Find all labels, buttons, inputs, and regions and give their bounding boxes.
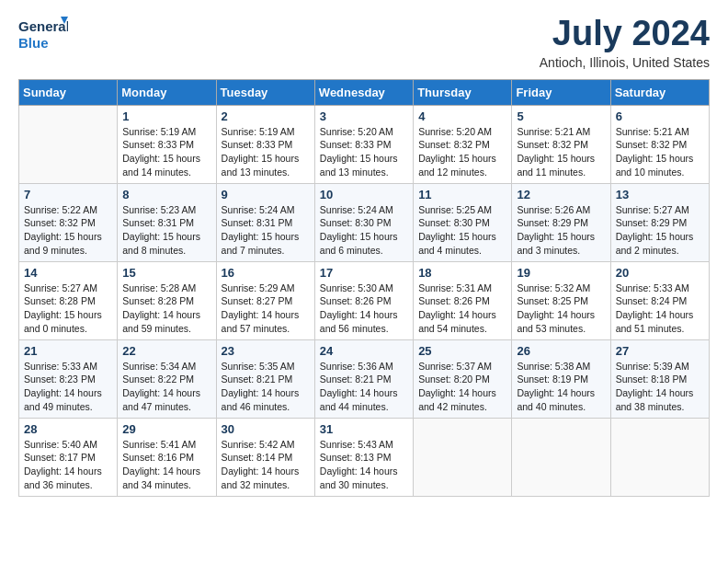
logo-svg: General Blue bbox=[18, 15, 68, 53]
day-cell: 17 Sunrise: 5:30 AMSunset: 8:26 PMDaylig… bbox=[314, 261, 413, 339]
day-cell: 15 Sunrise: 5:28 AMSunset: 8:28 PMDaylig… bbox=[118, 261, 216, 339]
day-number: 24 bbox=[320, 344, 408, 358]
day-cell: 13 Sunrise: 5:27 AMSunset: 8:29 PMDaylig… bbox=[610, 183, 709, 261]
week-row-3: 14 Sunrise: 5:27 AMSunset: 8:28 PMDaylig… bbox=[19, 261, 710, 339]
day-cell: 26 Sunrise: 5:38 AMSunset: 8:19 PMDaylig… bbox=[512, 339, 610, 418]
day-number: 2 bbox=[222, 109, 310, 123]
day-cell: 28 Sunrise: 5:40 AMSunset: 8:17 PMDaylig… bbox=[19, 418, 118, 496]
day-cell: 7 Sunrise: 5:22 AMSunset: 8:32 PMDayligh… bbox=[19, 183, 118, 261]
day-number: 1 bbox=[122, 109, 210, 123]
day-number: 23 bbox=[222, 344, 310, 358]
week-row-2: 7 Sunrise: 5:22 AMSunset: 8:32 PMDayligh… bbox=[19, 183, 710, 261]
cell-info: Sunrise: 5:35 AMSunset: 8:21 PMDaylight:… bbox=[222, 361, 300, 412]
cell-info: Sunrise: 5:22 AMSunset: 8:32 PMDaylight:… bbox=[24, 204, 102, 256]
day-number: 18 bbox=[418, 266, 506, 280]
day-number: 8 bbox=[122, 188, 210, 201]
day-number: 10 bbox=[320, 188, 408, 201]
day-number: 14 bbox=[24, 266, 112, 280]
day-cell: 19 Sunrise: 5:32 AMSunset: 8:25 PMDaylig… bbox=[512, 261, 610, 339]
day-cell bbox=[414, 418, 512, 496]
day-cell: 14 Sunrise: 5:27 AMSunset: 8:28 PMDaylig… bbox=[19, 261, 118, 339]
cell-info: Sunrise: 5:29 AMSunset: 8:27 PMDaylight:… bbox=[222, 282, 300, 334]
day-number: 12 bbox=[517, 188, 605, 201]
weekday-header-tuesday: Tuesday bbox=[216, 79, 314, 105]
cell-info: Sunrise: 5:25 AMSunset: 8:30 PMDaylight:… bbox=[418, 204, 496, 256]
day-number: 31 bbox=[320, 422, 408, 436]
day-number: 27 bbox=[616, 344, 704, 358]
day-number: 29 bbox=[122, 422, 210, 436]
day-number: 17 bbox=[320, 266, 408, 280]
day-number: 9 bbox=[222, 188, 310, 201]
cell-info: Sunrise: 5:19 AMSunset: 8:33 PMDaylight:… bbox=[122, 126, 200, 178]
day-cell: 11 Sunrise: 5:25 AMSunset: 8:30 PMDaylig… bbox=[414, 183, 512, 261]
weekday-header-row: SundayMondayTuesdayWednesdayThursdayFrid… bbox=[19, 79, 710, 105]
cell-info: Sunrise: 5:27 AMSunset: 8:28 PMDaylight:… bbox=[24, 282, 102, 334]
cell-info: Sunrise: 5:24 AMSunset: 8:30 PMDaylight:… bbox=[320, 204, 398, 256]
cell-info: Sunrise: 5:43 AMSunset: 8:13 PMDaylight:… bbox=[320, 439, 398, 490]
day-cell bbox=[19, 105, 118, 183]
cell-info: Sunrise: 5:30 AMSunset: 8:26 PMDaylight:… bbox=[320, 282, 398, 334]
cell-info: Sunrise: 5:19 AMSunset: 8:33 PMDaylight:… bbox=[222, 126, 300, 178]
day-cell: 10 Sunrise: 5:24 AMSunset: 8:30 PMDaylig… bbox=[314, 183, 413, 261]
day-cell: 5 Sunrise: 5:21 AMSunset: 8:32 PMDayligh… bbox=[512, 105, 610, 183]
day-number: 26 bbox=[517, 344, 605, 358]
day-cell: 8 Sunrise: 5:23 AMSunset: 8:31 PMDayligh… bbox=[118, 183, 216, 261]
cell-info: Sunrise: 5:34 AMSunset: 8:22 PMDaylight:… bbox=[122, 361, 200, 412]
cell-info: Sunrise: 5:41 AMSunset: 8:16 PMDaylight:… bbox=[122, 439, 200, 490]
cell-info: Sunrise: 5:31 AMSunset: 8:26 PMDaylight:… bbox=[418, 282, 496, 334]
calendar-table: SundayMondayTuesdayWednesdayThursdayFrid… bbox=[18, 79, 710, 497]
day-number: 15 bbox=[122, 266, 210, 280]
day-cell: 24 Sunrise: 5:36 AMSunset: 8:21 PMDaylig… bbox=[314, 339, 413, 418]
cell-info: Sunrise: 5:21 AMSunset: 8:32 PMDaylight:… bbox=[616, 126, 694, 178]
day-number: 6 bbox=[616, 109, 704, 123]
location: Antioch, Illinois, United States bbox=[540, 55, 710, 70]
day-number: 21 bbox=[24, 344, 112, 358]
day-cell bbox=[512, 418, 610, 496]
cell-info: Sunrise: 5:38 AMSunset: 8:19 PMDaylight:… bbox=[517, 361, 595, 412]
cell-info: Sunrise: 5:21 AMSunset: 8:32 PMDaylight:… bbox=[517, 126, 595, 178]
day-cell: 23 Sunrise: 5:35 AMSunset: 8:21 PMDaylig… bbox=[216, 339, 314, 418]
day-number: 13 bbox=[616, 188, 704, 201]
cell-info: Sunrise: 5:40 AMSunset: 8:17 PMDaylight:… bbox=[24, 439, 102, 490]
day-cell: 4 Sunrise: 5:20 AMSunset: 8:32 PMDayligh… bbox=[414, 105, 512, 183]
svg-text:General: General bbox=[18, 18, 68, 34]
day-cell: 31 Sunrise: 5:43 AMSunset: 8:13 PMDaylig… bbox=[314, 418, 413, 496]
day-number: 5 bbox=[517, 109, 605, 123]
day-cell: 18 Sunrise: 5:31 AMSunset: 8:26 PMDaylig… bbox=[414, 261, 512, 339]
day-number: 30 bbox=[222, 422, 310, 436]
header: General Blue July 2024 Antioch, Illinois… bbox=[18, 15, 710, 70]
day-cell: 25 Sunrise: 5:37 AMSunset: 8:20 PMDaylig… bbox=[414, 339, 512, 418]
day-number: 16 bbox=[222, 266, 310, 280]
cell-info: Sunrise: 5:42 AMSunset: 8:14 PMDaylight:… bbox=[222, 439, 300, 490]
month-title: July 2024 bbox=[540, 15, 710, 53]
week-row-1: 1 Sunrise: 5:19 AMSunset: 8:33 PMDayligh… bbox=[19, 105, 710, 183]
day-cell: 9 Sunrise: 5:24 AMSunset: 8:31 PMDayligh… bbox=[216, 183, 314, 261]
page: General Blue July 2024 Antioch, Illinois… bbox=[0, 0, 728, 563]
day-number: 28 bbox=[24, 422, 112, 436]
week-row-5: 28 Sunrise: 5:40 AMSunset: 8:17 PMDaylig… bbox=[19, 418, 710, 496]
svg-text:Blue: Blue bbox=[18, 35, 49, 51]
day-number: 25 bbox=[418, 344, 506, 358]
cell-info: Sunrise: 5:32 AMSunset: 8:25 PMDaylight:… bbox=[517, 282, 595, 334]
day-cell: 20 Sunrise: 5:33 AMSunset: 8:24 PMDaylig… bbox=[610, 261, 709, 339]
day-cell: 12 Sunrise: 5:26 AMSunset: 8:29 PMDaylig… bbox=[512, 183, 610, 261]
day-number: 7 bbox=[24, 188, 112, 201]
day-cell: 21 Sunrise: 5:33 AMSunset: 8:23 PMDaylig… bbox=[19, 339, 118, 418]
cell-info: Sunrise: 5:20 AMSunset: 8:32 PMDaylight:… bbox=[418, 126, 496, 178]
weekday-header-friday: Friday bbox=[512, 79, 610, 105]
weekday-header-saturday: Saturday bbox=[610, 79, 709, 105]
cell-info: Sunrise: 5:27 AMSunset: 8:29 PMDaylight:… bbox=[616, 204, 694, 256]
day-cell bbox=[610, 418, 709, 496]
cell-info: Sunrise: 5:20 AMSunset: 8:33 PMDaylight:… bbox=[320, 126, 398, 178]
day-cell: 22 Sunrise: 5:34 AMSunset: 8:22 PMDaylig… bbox=[118, 339, 216, 418]
day-cell: 3 Sunrise: 5:20 AMSunset: 8:33 PMDayligh… bbox=[314, 105, 413, 183]
day-cell: 2 Sunrise: 5:19 AMSunset: 8:33 PMDayligh… bbox=[216, 105, 314, 183]
cell-info: Sunrise: 5:36 AMSunset: 8:21 PMDaylight:… bbox=[320, 361, 398, 412]
day-cell: 27 Sunrise: 5:39 AMSunset: 8:18 PMDaylig… bbox=[610, 339, 709, 418]
weekday-header-sunday: Sunday bbox=[19, 79, 118, 105]
logo: General Blue bbox=[18, 15, 68, 53]
weekday-header-thursday: Thursday bbox=[414, 79, 512, 105]
day-cell: 16 Sunrise: 5:29 AMSunset: 8:27 PMDaylig… bbox=[216, 261, 314, 339]
day-cell: 29 Sunrise: 5:41 AMSunset: 8:16 PMDaylig… bbox=[118, 418, 216, 496]
day-number: 4 bbox=[418, 109, 506, 123]
